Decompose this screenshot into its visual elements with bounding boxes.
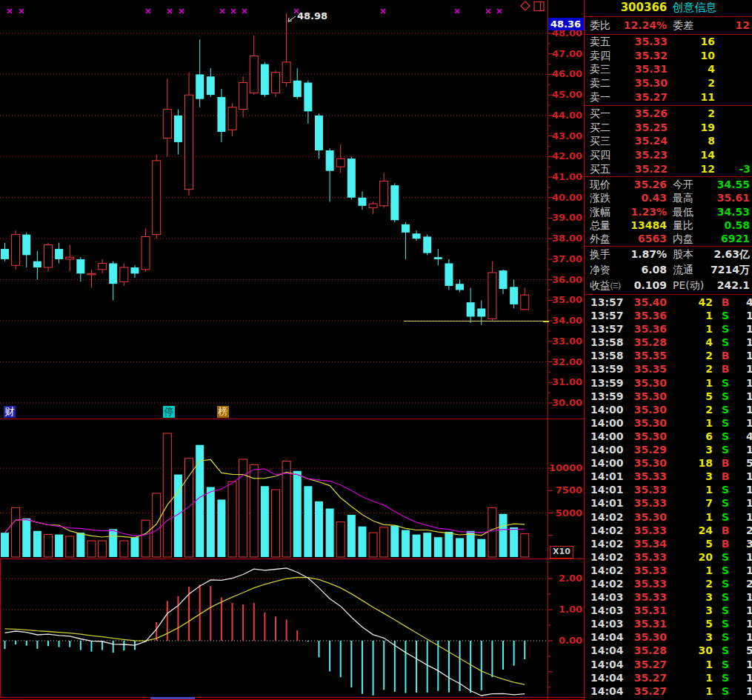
quote-stat-row: 涨幅 1.23% 最低 34.53 <box>585 205 752 219</box>
stat-value: 35.26 <box>634 178 667 191</box>
weibi-row: 委比 12.24% 委差 12 <box>585 18 752 33</box>
stat-label: 最低 <box>673 205 693 219</box>
button-cai[interactable]: 财 <box>4 406 16 418</box>
ask-row[interactable]: 卖一 35.27 11 <box>585 90 752 104</box>
ask-label: 卖五 <box>590 35 610 49</box>
ask-levels: 卖五 35.33 16 卖四 35.32 10 卖三 35.31 4 卖二 35… <box>585 35 752 104</box>
tick-price: 35.27 <box>634 684 667 698</box>
tick-time: 13:59 <box>590 376 624 390</box>
stat-label: 内盘 <box>673 232 693 245</box>
stat-label: 涨幅 <box>590 205 610 219</box>
ask-row[interactable]: 卖五 35.33 16 <box>585 35 752 49</box>
ask-volume: 4 <box>708 62 715 76</box>
ask-row[interactable]: 卖二 35.30 2 <box>585 76 752 90</box>
axis-label: 32.00 <box>549 357 582 367</box>
axis-label: 2.00 <box>549 573 582 584</box>
tick-time: 14:02 <box>590 564 624 577</box>
tick-volume: 4 <box>705 336 713 349</box>
stat-label: 量比 <box>673 219 693 232</box>
tick-price: 35.30 <box>634 376 667 390</box>
axis-label: 10000 <box>549 463 582 473</box>
ask-price: 35.33 <box>635 35 668 49</box>
bid-row[interactable]: 买一 35.26 2 <box>585 107 752 121</box>
fundamental-stats: 换手 1.87% 股本 2.63亿 净资 6.08 流通 7214万 收益㈢ 0… <box>585 247 752 293</box>
button-bang[interactable]: 榜 <box>217 406 229 418</box>
tick-count: 1 <box>746 470 752 483</box>
tick-volume: 2 <box>705 349 713 362</box>
stock-header[interactable]: 300366创意信息 <box>585 0 752 16</box>
axis-label: 1.00 <box>549 604 582 615</box>
restore-window-icon[interactable] <box>534 2 544 11</box>
tick-direction: S <box>720 416 731 430</box>
tick-time: 14:00 <box>590 430 624 443</box>
tick-time: 13:59 <box>590 362 624 376</box>
tick-count: 1 <box>746 443 752 456</box>
tick-volume: 1 <box>705 416 713 430</box>
bid-label: 买五 <box>590 162 610 176</box>
tick-time: 14:04 <box>590 644 624 657</box>
tick-row: 14:04 35.30 3 S 1 <box>585 630 752 644</box>
tick-time: 14:01 <box>590 496 624 510</box>
tick-direction: S <box>720 496 731 510</box>
tick-volume: 2 <box>705 362 713 376</box>
tick-count: 1 <box>746 510 752 524</box>
tick-volume: 5 <box>705 390 713 403</box>
tick-list[interactable]: 13:57 35.40 42 B 4 13:57 35.36 1 S 1 13:… <box>585 296 752 700</box>
axis-label: 42.00 <box>549 151 582 161</box>
tick-price: 35.33 <box>634 483 667 496</box>
tick-direction: S <box>720 483 731 496</box>
kline-volume-divider <box>0 419 585 419</box>
chart-canvas[interactable] <box>0 0 585 700</box>
bid-row[interactable]: 买三 35.24 8 <box>585 134 752 148</box>
tick-direction: S <box>720 309 731 322</box>
stat-label: 流通 <box>673 262 693 278</box>
tick-price: 35.30 <box>634 430 667 443</box>
tick-time: 14:03 <box>590 617 624 630</box>
tick-time: 14:02 <box>590 577 624 590</box>
chart-corner-icons <box>519 0 552 13</box>
tick-direction: B <box>720 349 731 362</box>
tick-price: 35.30 <box>634 390 667 403</box>
event-marker-icon <box>146 9 150 13</box>
tick-time: 14:04 <box>590 630 624 644</box>
tick-direction: S <box>720 510 731 524</box>
tick-time: 14:00 <box>590 456 624 470</box>
tick-price: 35.30 <box>634 510 667 524</box>
tick-direction: S <box>720 443 731 456</box>
tick-time: 14:03 <box>590 604 624 617</box>
ask-row[interactable]: 卖四 35.32 10 <box>585 49 752 63</box>
stat-label: 现价 <box>590 178 610 191</box>
diamond-icon[interactable] <box>521 1 530 10</box>
stat-label: 涨跌 <box>590 191 610 204</box>
tick-price: 35.27 <box>634 671 667 684</box>
axis-label: 30.00 <box>549 398 582 408</box>
stat-label: PE(动) <box>673 278 704 293</box>
tick-count: 1 <box>746 658 752 671</box>
stat-value: 13484 <box>630 219 667 232</box>
bid-price: 35.22 <box>635 162 668 176</box>
bid-row[interactable]: 买二 35.25 19 <box>585 121 752 135</box>
tick-row: 13:57 35.36 1 S 1 <box>585 322 752 336</box>
tick-direction: B <box>720 470 731 483</box>
tick-row: 14:00 35.30 2 S 1 <box>585 403 752 416</box>
tick-price: 35.31 <box>634 604 667 617</box>
bid-volume: 8 <box>708 134 715 148</box>
stat-label: 最高 <box>673 191 693 204</box>
tick-row: 14:02 35.33 20 S 1 <box>585 550 752 564</box>
tick-count: 1 <box>746 617 752 630</box>
bid-row[interactable]: 买五 35.22 12 -3 <box>585 162 752 176</box>
tick-time: 13:57 <box>590 322 624 336</box>
event-marker-icon <box>19 9 24 13</box>
support-trendline[interactable] <box>404 321 548 321</box>
tick-count: 5 <box>746 644 752 657</box>
tick-row: 13:57 35.40 42 B 4 <box>585 296 752 309</box>
ask-row[interactable]: 卖三 35.31 4 <box>585 62 752 76</box>
bid-price: 35.24 <box>635 134 668 148</box>
axis-divider <box>548 0 548 700</box>
tick-count: 1 <box>746 483 752 496</box>
button-ting[interactable]: 停 <box>163 406 175 418</box>
stat-label: 股本 <box>673 247 693 262</box>
bid-row[interactable]: 买四 35.23 14 <box>585 148 752 162</box>
stock-name: 创意信息 <box>672 1 716 14</box>
tick-row: 14:04 35.27 1 S 1 <box>585 684 752 698</box>
